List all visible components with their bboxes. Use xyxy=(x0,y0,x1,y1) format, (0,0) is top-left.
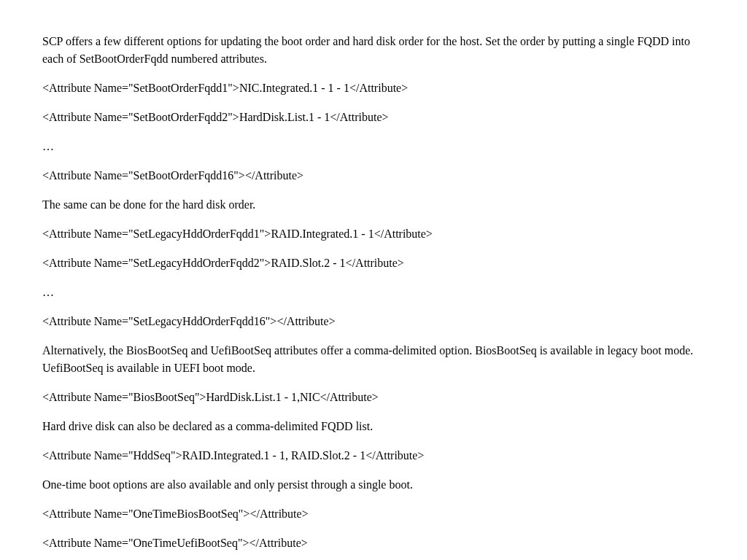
doc-code-line: <Attribute Name="OneTimeBiosBootSeq"></A… xyxy=(42,505,705,523)
doc-code-line: <Attribute Name="SetBootOrderFqdd16"></A… xyxy=(42,167,705,184)
doc-paragraph: Alternatively, the BiosBootSeq and UefiB… xyxy=(42,342,705,377)
doc-paragraph: One-time boot options are also available… xyxy=(42,476,705,494)
doc-code-line: <Attribute Name="OneTimeUefiBootSeq"></A… xyxy=(42,534,705,552)
doc-code-line: <Attribute Name="HddSeq">RAID.Integrated… xyxy=(42,447,705,464)
doc-code-line: <Attribute Name="SetBootOrderFqdd2">Hard… xyxy=(42,109,705,126)
doc-ellipsis: … xyxy=(42,284,705,301)
doc-code-line: <Attribute Name="SetLegacyHddOrderFqdd16… xyxy=(42,313,705,330)
doc-paragraph: SCP offers a few different options for u… xyxy=(42,33,705,68)
doc-paragraph: The same can be done for the hard disk o… xyxy=(42,196,705,214)
doc-code-line: <Attribute Name="SetLegacyHddOrderFqdd1"… xyxy=(42,225,705,243)
doc-code-line: <Attribute Name="SetBootOrderFqdd1">NIC.… xyxy=(42,79,705,97)
doc-paragraph: Hard drive disk can also be declared as … xyxy=(42,418,705,435)
doc-ellipsis: … xyxy=(42,138,705,155)
doc-code-line: <Attribute Name="SetLegacyHddOrderFqdd2"… xyxy=(42,254,705,272)
doc-code-line: <Attribute Name="BiosBootSeq">HardDisk.L… xyxy=(42,389,705,406)
